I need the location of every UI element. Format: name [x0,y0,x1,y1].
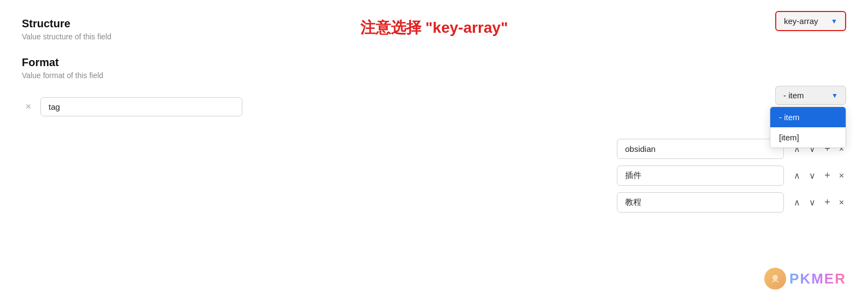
right-section: key-array ▼ - item ▼ - item [item] [617,11,846,213]
row-actions-1: ∧ ∨ + × [792,169,846,182]
pkmer-text: PKMER [789,270,846,287]
structure-subtitle: Value structure of this field [22,32,273,41]
structure-dropdown[interactable]: key-array ▼ [775,11,846,31]
structure-title: Structure [22,17,273,30]
pkmer-watermark: PKMER [764,268,846,290]
format-menu-item-1[interactable]: [item] [770,127,846,148]
annotation-text: 注意选择 "key-array" [360,17,508,38]
format-title: Format [22,56,273,69]
format-dropdown-menu: - item [item] [770,107,846,148]
pkmer-icon [764,268,786,290]
format-menu-item-0[interactable]: - item [770,107,846,127]
left-section: Structure Value structure of this field … [22,17,273,116]
array-input-1[interactable] [617,166,784,186]
move-down-button-2[interactable]: ∨ [807,196,818,209]
array-row-2: ∧ ∨ + × [617,192,846,213]
tag-row: × [22,97,273,116]
format-dropdown-area: - item ▼ - item [item] [617,86,846,106]
move-up-button-2[interactable]: ∧ [792,196,802,209]
remove-button-2[interactable]: × [837,197,846,209]
array-row-1: ∧ ∨ + × [617,166,846,186]
array-input-0[interactable] [617,139,784,159]
remove-button-1[interactable]: × [837,170,846,182]
structure-dropdown-value: key-array [784,16,818,26]
structure-dropdown-arrow: ▼ [831,17,837,25]
svg-point-0 [772,275,778,280]
add-button-2[interactable]: + [822,196,833,209]
format-subtitle: Value format of this field [22,71,273,80]
add-button-1[interactable]: + [822,169,833,182]
array-input-2[interactable] [617,192,784,213]
structure-dropdown-wrapper: key-array ▼ [617,11,846,31]
row-actions-2: ∧ ∨ + × [792,196,846,209]
move-down-button-1[interactable]: ∨ [807,169,818,182]
array-rows: ∧ ∨ + × ∧ ∨ + × ∧ ∨ [617,139,846,213]
format-dropdown-button[interactable]: - item ▼ [775,86,846,105]
tag-close-button[interactable]: × [22,101,35,114]
format-dropdown-arrow: ▼ [831,92,838,99]
format-dropdown-value: - item [783,91,804,100]
move-up-button-1[interactable]: ∧ [792,169,802,182]
tag-input[interactable] [40,97,242,116]
